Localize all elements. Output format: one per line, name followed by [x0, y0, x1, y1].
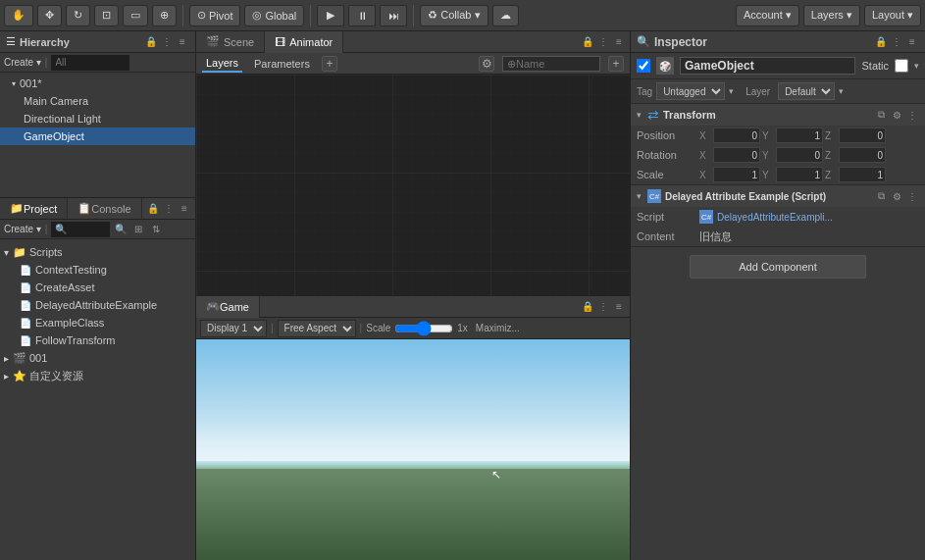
hierarchy-item-gameobject[interactable]: GameObject — [0, 127, 195, 145]
script-component-header[interactable]: ▾ C# Delayed Attribute Example (Script) … — [631, 185, 925, 207]
project-menu-icon[interactable]: ⋮ — [162, 202, 176, 216]
folder-001[interactable]: ▸ 🎬 001 — [0, 349, 195, 367]
tab-console[interactable]: 📋 Console — [68, 198, 141, 219]
ground — [196, 469, 630, 560]
rect-tool-button[interactable]: ▭ — [123, 5, 148, 26]
hierarchy-lock-icon[interactable]: 🔒 — [144, 35, 158, 49]
rotation-x-input[interactable]: 0 — [713, 147, 760, 163]
position-z-input[interactable]: 0 — [839, 127, 886, 143]
add-component-button[interactable]: Add Component — [690, 255, 866, 279]
global-button[interactable]: ◎ Global — [244, 5, 304, 26]
inspector-lock-icon[interactable]: 🔒 — [874, 35, 888, 49]
scene-menu-icon[interactable]: ⋮ — [596, 35, 610, 49]
project-sort-icon[interactable]: ⇅ — [149, 223, 163, 236]
project-search-input[interactable] — [51, 222, 110, 237]
game-menu-icon[interactable]: ⋮ — [596, 300, 610, 314]
project-create-button[interactable]: Create ▾ — [4, 224, 41, 234]
inspector-menu-icon[interactable]: ⋮ — [890, 35, 903, 49]
tree-item-followtransform[interactable]: 📄 FollowTransform — [0, 331, 195, 349]
animator-grid[interactable] — [196, 75, 630, 295]
layer-select[interactable]: Default — [778, 82, 835, 100]
layers-button[interactable]: Layers ▾ — [803, 5, 860, 26]
project-lock-icon[interactable]: 🔒 — [146, 202, 160, 216]
animator-icon: 🎞 — [275, 36, 285, 48]
hierarchy-menu-icon[interactable]: ⋮ — [160, 35, 174, 49]
inspector-header: 🔍 Inspector 🔒 ⋮ ≡ — [631, 31, 925, 53]
animator-name-input[interactable] — [502, 56, 600, 72]
pivot-button[interactable]: ⊙ Pivot — [189, 5, 240, 26]
animator-layers-label: Layers — [206, 57, 238, 69]
pause-button[interactable]: ⏸ — [348, 5, 376, 26]
transform-settings-icon[interactable]: ⚙ — [890, 108, 903, 122]
rotation-y-input[interactable]: 0 — [776, 147, 823, 163]
position-y-input[interactable]: 1 — [776, 127, 823, 143]
step-button[interactable]: ⏭ — [380, 5, 407, 26]
transform-tool-button[interactable]: ⊕ — [152, 5, 177, 26]
folder-custom[interactable]: ▸ ⭐ 自定义资源 — [0, 367, 195, 384]
scale-z-input[interactable]: 1 — [839, 167, 886, 182]
folder-scripts[interactable]: ▾ 📁 Scripts — [0, 243, 195, 261]
project-search-icon[interactable]: 🔍 — [114, 223, 128, 236]
tab-game[interactable]: 🎮 Game — [196, 296, 260, 318]
aspect-select[interactable]: Free Aspect — [278, 320, 356, 337]
transform-copy-icon[interactable]: ⧉ — [874, 108, 888, 122]
game-lock-icon[interactable]: 🔒 — [581, 300, 594, 314]
scale-tool-button[interactable]: ⊡ — [94, 5, 119, 26]
scale-y-input[interactable]: 1 — [776, 167, 823, 182]
script-component-actions: ⧉ ⚙ ⋮ — [874, 189, 919, 203]
project-more-icon[interactable]: ≡ — [178, 202, 191, 216]
gameobject-name-input[interactable] — [680, 57, 855, 75]
script-copy-icon[interactable]: ⧉ — [874, 189, 888, 203]
display-select[interactable]: Display 1 — [200, 320, 267, 337]
scene-more-icon[interactable]: ≡ — [612, 35, 626, 49]
inspector-more-icon[interactable]: ≡ — [905, 35, 919, 49]
animator-add-button[interactable]: + — [322, 56, 337, 72]
hierarchy-search-input[interactable] — [51, 55, 129, 71]
animator-parameters-tab[interactable]: Parameters — [250, 56, 314, 72]
rotation-z-input[interactable]: 0 — [839, 147, 886, 163]
tab-scene[interactable]: 🎬 Scene — [196, 31, 265, 53]
tab-project[interactable]: 📁 Project — [0, 198, 68, 219]
play-button[interactable]: ▶ — [317, 5, 344, 26]
scale-x-input[interactable]: 1 — [713, 167, 760, 182]
tree-item-contexttesting[interactable]: 📄 ContextTesting — [0, 261, 195, 279]
move-tool-button[interactable]: ✥ — [37, 5, 62, 26]
hierarchy-item-directionallight[interactable]: Directional Light — [0, 110, 195, 127]
transform-actions: ⧉ ⚙ ⋮ — [874, 108, 919, 122]
animator-layers-tab[interactable]: Layers — [202, 55, 242, 73]
hierarchy-more-icon[interactable]: ≡ — [176, 35, 189, 49]
project-filter-icon[interactable]: ⊞ — [131, 223, 145, 236]
tag-select[interactable]: Untagged — [656, 82, 725, 100]
rotate-tool-button[interactable]: ↻ — [66, 5, 90, 26]
hierarchy-root-item[interactable]: ▾ 001* — [0, 75, 195, 92]
animator-name-add-btn[interactable]: + — [608, 56, 624, 72]
game-more-icon[interactable]: ≡ — [612, 300, 626, 314]
gameobject-active-checkbox[interactable] — [637, 59, 650, 73]
scene-icon: 🎬 — [206, 35, 220, 48]
scene-lock-icon[interactable]: 🔒 — [581, 35, 594, 49]
collab-button[interactable]: ♻ Collab ▾ — [420, 5, 488, 26]
transform-icon: ⇄ — [647, 107, 659, 123]
static-checkbox[interactable] — [895, 59, 908, 73]
cloud-button[interactable]: ☁ — [492, 5, 519, 26]
scale-row: Scale X 1 Y 1 Z 1 — [631, 165, 925, 184]
position-x-input[interactable]: 0 — [713, 127, 760, 143]
tree-item-createasset[interactable]: 📄 CreateAsset — [0, 279, 195, 296]
tree-item-exampleclass[interactable]: 📄 ExampleClass — [0, 314, 195, 331]
hierarchy-item-maincamera[interactable]: Main Camera — [0, 92, 195, 110]
transform-menu-icon[interactable]: ⋮ — [905, 108, 919, 122]
static-arrow-icon[interactable]: ▾ — [914, 61, 919, 71]
layout-button[interactable]: Layout ▾ — [864, 5, 921, 26]
script-settings-icon[interactable]: ⚙ — [890, 189, 903, 203]
transform-header[interactable]: ▾ ⇄ Transform ⧉ ⚙ ⋮ — [631, 104, 925, 126]
cursor-indicator: ↖ — [491, 468, 499, 476]
tab-animator[interactable]: 🎞 Animator — [265, 31, 343, 53]
tree-item-delayedattribute[interactable]: 📄 DelayedAttributeExample — [0, 296, 195, 314]
animator-auto-btn[interactable]: ⚙ — [479, 56, 494, 72]
scale-slider[interactable] — [394, 323, 453, 334]
hierarchy-separator: | — [45, 57, 48, 68]
script-menu-icon[interactable]: ⋮ — [905, 189, 919, 203]
hierarchy-create-button[interactable]: Create ▾ — [4, 57, 41, 68]
account-button[interactable]: Account ▾ — [736, 5, 799, 26]
hand-tool-button[interactable]: ✋ — [4, 5, 33, 26]
